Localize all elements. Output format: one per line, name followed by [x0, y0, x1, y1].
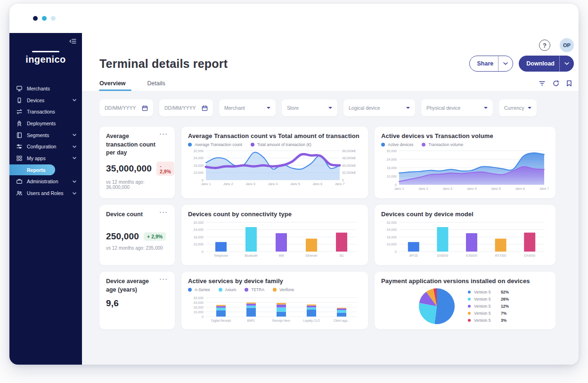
svg-text:10,000: 10,000 [194, 310, 204, 314]
filter-physical-device[interactable]: Physical device [421, 99, 493, 116]
chevron-down-icon[interactable] [560, 62, 574, 65]
kpi-title: Device count [106, 211, 143, 219]
chart-canvas: 32,00024,00016,00010,0000APOSDX8000EX600… [381, 218, 549, 258]
sidebar-item-my-apps[interactable]: My apps [9, 153, 82, 164]
kpi-title: Average transaction count per day [106, 132, 160, 157]
chart-title: Payment application versions installed o… [381, 277, 549, 285]
chart-title: Active services by device family [188, 277, 361, 285]
legend-item: TETRA [245, 287, 264, 292]
chevron-down-icon [73, 180, 76, 183]
sidebar-item-devices[interactable]: Devices [9, 95, 82, 106]
chart-title: Devices count by device model [381, 211, 549, 218]
sidebar-item-reports[interactable]: Reports [9, 164, 55, 175]
svg-text:Janv 1: Janv 1 [394, 187, 404, 190]
legend-dot [468, 305, 471, 308]
main-area: ? OP Terminal details report Share [82, 33, 579, 365]
pie-slice-value: 3% [501, 318, 512, 323]
date-placeholder: DD/MM/YYYY [105, 105, 136, 111]
sidebar-item-transactions[interactable]: Transactions [9, 106, 82, 118]
svg-text:5G: 5G [340, 254, 344, 257]
refresh-icon[interactable] [553, 80, 559, 87]
select-label: Merchant [224, 105, 245, 111]
tab-details[interactable]: Details [147, 77, 165, 91]
sidebar-item-segments[interactable]: Segments [9, 129, 82, 141]
sidebar-item-administration[interactable]: Administration [9, 176, 82, 187]
sidebar-item-configuration[interactable]: Configuration [9, 141, 82, 153]
kpi-value: 35,000,000 [106, 163, 152, 174]
window-dots [9, 4, 579, 33]
kpi-value: 250,000 [106, 231, 139, 242]
chevron-down-icon[interactable] [498, 62, 513, 65]
svg-text:0: 0 [202, 315, 204, 318]
download-button[interactable]: Download [519, 56, 574, 72]
share-button[interactable]: Share [469, 56, 514, 72]
sidebar-nav: MerchantsDevicesTransactionsDeploymentsS… [9, 83, 82, 199]
sidebar-item-label: Configuration [27, 144, 56, 149]
sidebar-item-label: Merchants [27, 86, 50, 91]
select-label: Store [287, 105, 299, 111]
svg-text:Janv 2: Janv 2 [418, 187, 428, 190]
sidebar-item-label: My apps [27, 155, 46, 161]
svg-text:Janv 4: Janv 4 [467, 187, 477, 190]
svg-text:24,000: 24,000 [387, 228, 397, 231]
kpi-menu-icon[interactable]: ··· [160, 132, 169, 136]
svg-text:Client app...: Client app... [334, 319, 350, 323]
users-icon [16, 190, 23, 197]
svg-text:Janv 7: Janv 7 [539, 187, 549, 190]
legend-dot [188, 143, 192, 147]
legend-dot [273, 288, 277, 292]
kpi-change-badge: - 2,9% [156, 162, 174, 176]
svg-text:32,000: 32,000 [194, 296, 204, 300]
avatar[interactable]: OP [560, 38, 574, 52]
svg-text:56,000k€: 56,000k€ [342, 149, 356, 153]
kpi-card-device-average-age: Device average age (years) ··· 9,6 [99, 272, 175, 329]
svg-text:RX7000: RX7000 [495, 254, 506, 257]
filter-store[interactable]: Store [282, 99, 337, 116]
svg-text:10,000: 10,000 [194, 171, 204, 174]
help-icon[interactable]: ? [539, 40, 550, 51]
sidebar: ingenico MerchantsDevicesTransactionsDep… [9, 33, 82, 365]
kpi-comparison-note: vs 12 months ago: 36,000,000 [106, 179, 168, 190]
filter-logical-device[interactable]: Logical device [343, 99, 415, 116]
sidebar-item-label: Devices [27, 98, 44, 103]
sidebar-item-merchants[interactable]: Merchants [9, 83, 82, 95]
chart-toolbar [539, 80, 572, 91]
sidebar-item-label: Transactions [27, 109, 55, 114]
kpi-menu-icon[interactable]: ··· [160, 211, 169, 214]
kpi-value: 9,6 [106, 298, 119, 309]
filter-date-end[interactable]: DD/MM/YYYY [159, 99, 213, 116]
svg-text:Janv 3: Janv 3 [442, 187, 452, 190]
svg-text:32,000k€: 32,000k€ [342, 171, 356, 174]
sidebar-item-deployments[interactable]: Deployments [9, 118, 82, 130]
chevron-down-icon [73, 157, 76, 159]
button-divider [498, 56, 498, 71]
tab-overview[interactable]: Overview [99, 77, 126, 91]
chart-body: 32,00024,00016,00010,0000APOSDX8000EX600… [381, 218, 549, 260]
legend-item: Active devices [381, 142, 413, 147]
chevron-down-icon [73, 192, 76, 195]
collapse-sidebar-icon[interactable] [69, 38, 77, 46]
bookmark-icon[interactable] [566, 80, 572, 87]
legend-dot [219, 288, 222, 292]
filter-merchant[interactable]: Merchant [219, 99, 276, 116]
svg-text:Digital Receipt: Digital Receipt [211, 319, 231, 323]
svg-text:Ethernet: Ethernet [306, 254, 318, 257]
kpi-change-badge: + 2,9% [144, 232, 166, 241]
svg-text:APOS: APOS [409, 254, 418, 257]
filter-date-start[interactable]: DD/MM/YYYY [99, 99, 153, 116]
svg-text:24,000: 24,000 [387, 158, 397, 161]
chart-canvas: 32,00024,00016,00010,0000TelephoneBlueto… [188, 218, 361, 258]
chevron-down-icon [267, 107, 270, 109]
filter-icon[interactable] [539, 80, 546, 87]
kpi-menu-icon[interactable]: ··· [160, 277, 169, 281]
filter-bar: DD/MM/YYYYDD/MM/YYYYMerchantStoreLogical… [99, 99, 574, 116]
chevron-down-icon [528, 107, 531, 109]
chart-card-active-devices-vs-volume: Active devices vs Transaction volume Act… [375, 127, 555, 198]
pie-legend-row: Version 512% [468, 304, 512, 309]
svg-text:Janv 6: Janv 6 [515, 187, 525, 190]
filter-currency[interactable]: Currency [499, 99, 537, 116]
sidebar-item-users-and-roles[interactable]: Users and Roles [9, 187, 82, 199]
segments-icon [16, 131, 23, 139]
svg-text:0: 0 [395, 183, 397, 187]
chart-title: Devices count by connectivity type [188, 211, 361, 218]
